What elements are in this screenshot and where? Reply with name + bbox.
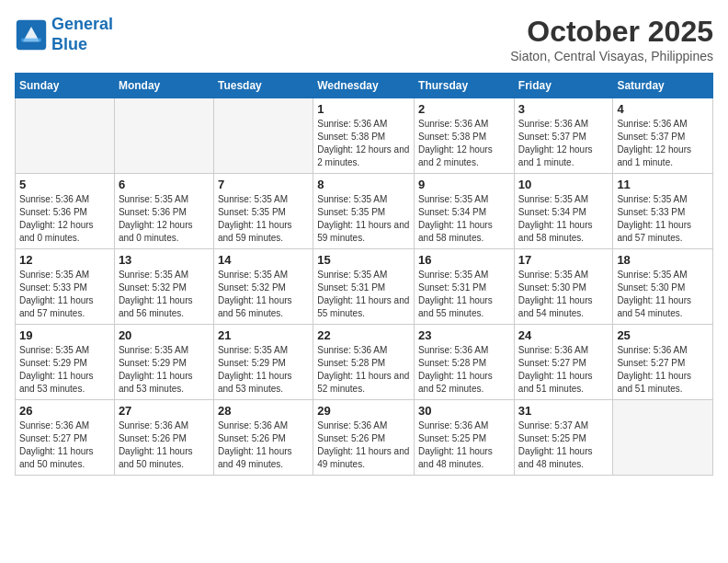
calendar-table: SundayMondayTuesdayWednesdayThursdayFrid… [15,73,713,476]
day-number: 29 [317,404,410,418]
day-cell: 21Sunrise: 5:35 AMSunset: 5:29 PMDayligh… [213,325,313,400]
day-cell: 27Sunrise: 5:36 AMSunset: 5:26 PMDayligh… [114,400,213,476]
header-sunday: Sunday [16,74,115,98]
day-cell: 6Sunrise: 5:35 AMSunset: 5:36 PMDaylight… [114,174,213,249]
day-number: 20 [119,328,210,342]
day-number: 27 [119,404,210,418]
day-number: 24 [518,328,609,342]
header-thursday: Thursday [415,74,515,98]
title-block: October 2025 Siaton, Central Visayas, Ph… [510,15,713,63]
day-cell: 15Sunrise: 5:35 AMSunset: 5:31 PMDayligh… [313,249,415,325]
day-number: 10 [518,178,609,191]
day-number: 2 [418,102,510,116]
header-wednesday: Wednesday [313,74,415,98]
day-info: Sunrise: 5:35 AMSunset: 5:35 PMDaylight:… [218,193,309,245]
day-info: Sunrise: 5:35 AMSunset: 5:34 PMDaylight:… [418,193,510,245]
day-info: Sunrise: 5:36 AMSunset: 5:27 PMDaylight:… [19,419,110,471]
day-number: 28 [218,404,309,418]
day-number: 17 [518,253,609,267]
header-tuesday: Tuesday [213,74,313,98]
day-cell [613,400,713,476]
day-number: 13 [119,253,210,267]
logo: General Blue [15,15,113,54]
header-monday: Monday [114,74,213,98]
day-cell: 23Sunrise: 5:36 AMSunset: 5:28 PMDayligh… [415,325,515,400]
week-row-3: 12Sunrise: 5:35 AMSunset: 5:33 PMDayligh… [16,249,713,325]
day-cell: 17Sunrise: 5:35 AMSunset: 5:30 PMDayligh… [514,249,613,325]
day-cell: 2Sunrise: 5:36 AMSunset: 5:38 PMDaylight… [415,98,515,174]
day-info: Sunrise: 5:35 AMSunset: 5:32 PMDaylight:… [218,269,309,320]
day-number: 7 [218,178,309,191]
day-info: Sunrise: 5:36 AMSunset: 5:36 PMDaylight:… [19,193,110,245]
day-cell: 16Sunrise: 5:35 AMSunset: 5:31 PMDayligh… [415,249,515,325]
day-cell: 11Sunrise: 5:35 AMSunset: 5:33 PMDayligh… [613,174,713,249]
day-info: Sunrise: 5:37 AMSunset: 5:25 PMDaylight:… [518,419,609,471]
day-number: 26 [19,404,110,418]
day-info: Sunrise: 5:35 AMSunset: 5:33 PMDaylight:… [617,193,709,245]
day-cell: 12Sunrise: 5:35 AMSunset: 5:33 PMDayligh… [16,249,115,325]
day-cell: 22Sunrise: 5:36 AMSunset: 5:28 PMDayligh… [313,325,415,400]
page-header: General Blue October 2025 Siaton, Centra… [15,15,713,63]
day-info: Sunrise: 5:36 AMSunset: 5:38 PMDaylight:… [418,118,510,169]
day-info: Sunrise: 5:36 AMSunset: 5:25 PMDaylight:… [418,419,510,471]
day-cell [114,98,213,174]
day-info: Sunrise: 5:36 AMSunset: 5:38 PMDaylight:… [317,118,410,169]
day-number: 8 [317,178,410,191]
day-cell: 1Sunrise: 5:36 AMSunset: 5:38 PMDaylight… [313,98,415,174]
day-number: 4 [617,102,709,116]
day-number: 18 [617,253,709,267]
day-cell: 18Sunrise: 5:35 AMSunset: 5:30 PMDayligh… [613,249,713,325]
day-info: Sunrise: 5:35 AMSunset: 5:32 PMDaylight:… [119,269,210,320]
day-cell: 10Sunrise: 5:35 AMSunset: 5:34 PMDayligh… [514,174,613,249]
day-info: Sunrise: 5:35 AMSunset: 5:31 PMDaylight:… [418,269,510,320]
location: Siaton, Central Visayas, Philippines [510,49,713,63]
logo-icon [15,18,48,52]
day-info: Sunrise: 5:35 AMSunset: 5:30 PMDaylight:… [617,269,709,320]
svg-rect-2 [21,38,41,41]
day-cell: 24Sunrise: 5:36 AMSunset: 5:27 PMDayligh… [514,325,613,400]
day-info: Sunrise: 5:36 AMSunset: 5:26 PMDaylight:… [317,419,410,471]
day-info: Sunrise: 5:36 AMSunset: 5:27 PMDaylight:… [518,344,609,396]
week-row-2: 5Sunrise: 5:36 AMSunset: 5:36 PMDaylight… [16,174,713,249]
day-cell: 29Sunrise: 5:36 AMSunset: 5:26 PMDayligh… [313,400,415,476]
day-info: Sunrise: 5:35 AMSunset: 5:29 PMDaylight:… [119,344,210,396]
logo-blue: Blue [51,35,87,53]
day-info: Sunrise: 5:35 AMSunset: 5:30 PMDaylight:… [518,269,609,320]
day-number: 3 [518,102,609,116]
day-number: 6 [119,178,210,191]
day-number: 25 [617,328,709,342]
day-number: 16 [418,253,510,267]
day-info: Sunrise: 5:35 AMSunset: 5:36 PMDaylight:… [119,193,210,245]
day-number: 1 [317,102,410,116]
day-number: 23 [418,328,510,342]
day-cell: 25Sunrise: 5:36 AMSunset: 5:27 PMDayligh… [613,325,713,400]
calendar-body: 1Sunrise: 5:36 AMSunset: 5:38 PMDaylight… [16,98,713,476]
header-friday: Friday [514,74,613,98]
day-info: Sunrise: 5:35 AMSunset: 5:29 PMDaylight:… [218,344,309,396]
logo-general: General [51,15,113,33]
day-cell [16,98,115,174]
week-row-5: 26Sunrise: 5:36 AMSunset: 5:27 PMDayligh… [16,400,713,476]
day-info: Sunrise: 5:35 AMSunset: 5:34 PMDaylight:… [518,193,609,245]
day-number: 5 [19,178,110,191]
day-cell: 8Sunrise: 5:35 AMSunset: 5:35 PMDaylight… [313,174,415,249]
day-number: 21 [218,328,309,342]
day-number: 9 [418,178,510,191]
day-cell: 30Sunrise: 5:36 AMSunset: 5:25 PMDayligh… [415,400,515,476]
day-info: Sunrise: 5:36 AMSunset: 5:28 PMDaylight:… [317,344,410,396]
calendar-header: SundayMondayTuesdayWednesdayThursdayFrid… [16,74,713,98]
day-info: Sunrise: 5:36 AMSunset: 5:26 PMDaylight:… [218,419,309,471]
day-info: Sunrise: 5:36 AMSunset: 5:37 PMDaylight:… [518,118,609,169]
day-cell: 9Sunrise: 5:35 AMSunset: 5:34 PMDaylight… [415,174,515,249]
day-info: Sunrise: 5:36 AMSunset: 5:27 PMDaylight:… [617,344,709,396]
week-row-4: 19Sunrise: 5:35 AMSunset: 5:29 PMDayligh… [16,325,713,400]
day-cell: 31Sunrise: 5:37 AMSunset: 5:25 PMDayligh… [514,400,613,476]
day-info: Sunrise: 5:36 AMSunset: 5:37 PMDaylight:… [617,118,709,169]
day-number: 15 [317,253,410,267]
day-number: 12 [19,253,110,267]
header-saturday: Saturday [613,74,713,98]
day-number: 30 [418,404,510,418]
day-cell: 4Sunrise: 5:36 AMSunset: 5:37 PMDaylight… [613,98,713,174]
day-cell: 19Sunrise: 5:35 AMSunset: 5:29 PMDayligh… [16,325,115,400]
month-title: October 2025 [510,15,713,49]
